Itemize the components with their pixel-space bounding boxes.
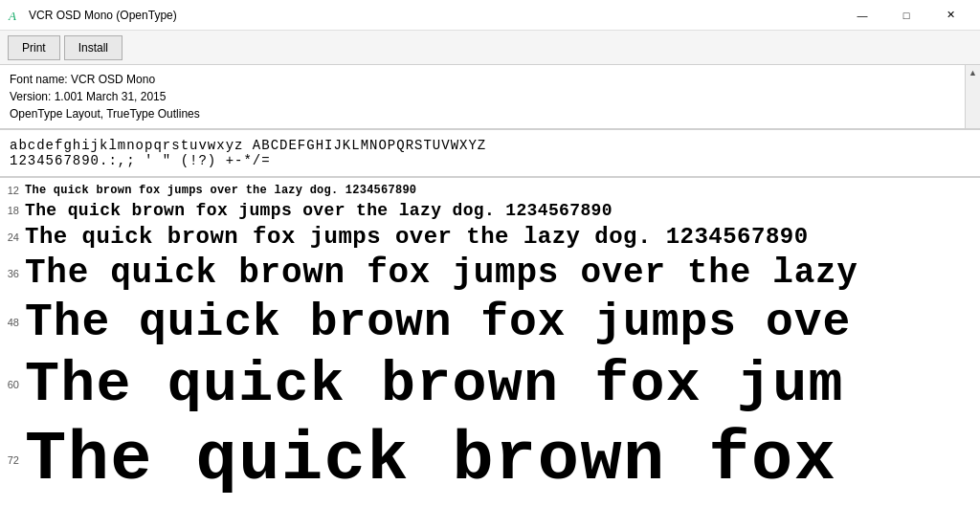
preview-row-72: 72 The quick brown fox [0,419,980,501]
size-label-18: 18 [0,205,25,216]
size-label-72: 72 [0,454,25,466]
preview-row-24: 24 The quick brown fox jumps over the la… [0,222,980,252]
preview-text-12: The quick brown fox jumps over the lazy … [25,184,416,197]
print-button[interactable]: Print [8,35,60,60]
preview-row-48: 48 The quick brown fox jumps ove [0,295,980,350]
preview-text-36: The quick brown fox jumps over the lazy [25,254,858,293]
preview-text-18: The quick brown fox jumps over the lazy … [25,201,612,220]
preview-area: 12 The quick brown fox jumps over the la… [0,178,980,507]
maximize-button[interactable]: □ [884,0,928,31]
install-button[interactable]: Install [64,35,122,60]
preview-row-12: 12 The quick brown fox jumps over the la… [0,182,980,199]
title-controls: — □ ✕ [840,0,972,31]
charset-line1: abcdefghijklmnopqrstuvwxyz ABCDEFGHIJKLM… [10,138,970,153]
preview-row-18: 18 The quick brown fox jumps over the la… [0,199,980,222]
charset-line2: 1234567890.:,; ' " (!?) +-*/= [10,153,970,168]
charset-area: abcdefghijklmnopqrstuvwxyz ABCDEFGHIJKLM… [0,130,980,177]
size-label-48: 48 [0,317,25,328]
font-icon: A [8,8,23,23]
preview-row-36: 36 The quick brown fox jumps over the la… [0,252,980,295]
font-info-scrollbar[interactable]: ▲ [965,65,980,128]
preview-text-24: The quick brown fox jumps over the lazy … [25,224,809,250]
close-button[interactable]: ✕ [928,0,972,31]
preview-text-72: The quick brown fox [25,421,836,499]
font-version: Version: 1.001 March 31, 2015 [10,88,970,105]
minimize-button[interactable]: — [840,0,884,31]
main-content: Font name: VCR OSD Mono Version: 1.001 M… [0,65,980,507]
font-type: OpenType Layout, TrueType Outlines [10,105,970,122]
preview-text-48: The quick brown fox jumps ove [25,297,851,348]
size-label-60: 60 [0,379,25,390]
window-title: VCR OSD Mono (OpenType) [29,9,177,22]
size-label-36: 36 [0,268,25,279]
font-info: Font name: VCR OSD Mono Version: 1.001 M… [0,65,980,129]
preview-text-60: The quick brown fox jum [25,352,844,417]
scroll-up-arrow[interactable]: ▲ [969,67,977,80]
toolbar: Print Install [0,31,980,65]
svg-text:A: A [8,9,16,23]
preview-row-60: 60 The quick brown fox jum [0,350,980,419]
font-name: Font name: VCR OSD Mono [10,71,970,88]
title-bar: A VCR OSD Mono (OpenType) — □ ✕ [0,0,980,31]
title-left: A VCR OSD Mono (OpenType) [8,8,177,23]
size-label-24: 24 [0,231,25,243]
size-label-12: 12 [0,185,25,196]
